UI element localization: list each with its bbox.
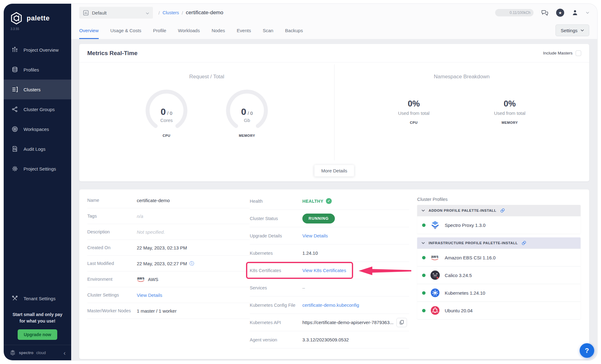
- bar-chart-icon: [12, 47, 18, 53]
- detail-label: Upgrade Details: [250, 233, 302, 238]
- view-k8s-certificates-link[interactable]: View K8s Certificates: [302, 268, 346, 273]
- tab-profile[interactable]: Profile: [153, 22, 166, 39]
- upgrade-now-button[interactable]: Upgrade now: [18, 329, 58, 340]
- infrastructure-profile-header[interactable]: INFRASTRUCTURE PROFILE PALETTE-INSTALL: [417, 237, 581, 249]
- detail-label: Cluster Status: [250, 216, 302, 221]
- tab-nodes[interactable]: Nodes: [212, 22, 225, 39]
- detail-label: Created On: [87, 245, 137, 250]
- detail-label: Kubernetes: [250, 251, 302, 256]
- sidebar-spacer: [4, 179, 71, 288]
- project-selector[interactable]: Default: [79, 7, 153, 19]
- footer-brand-bold: spectro: [19, 350, 33, 355]
- chevron-down-icon: [422, 210, 425, 212]
- tab-overview[interactable]: Overview: [79, 22, 99, 39]
- namespace-memory-metric: MEMORY: [485, 121, 534, 124]
- help-button[interactable]: ?: [580, 343, 594, 358]
- user-avatar-icon[interactable]: [572, 9, 578, 16]
- profile-item-ubuntu[interactable]: Ubuntu 20.04: [417, 301, 581, 319]
- sidebar-item-tenant-settings[interactable]: Tenant Settings: [4, 288, 71, 308]
- project-icon: [83, 10, 89, 16]
- sidebar-item-profiles[interactable]: Profiles: [4, 60, 71, 80]
- cluster-details-card: Name certificate-demo Tags n/a Descripti…: [79, 189, 589, 359]
- sidebar-item-clusters[interactable]: Clusters: [4, 80, 71, 99]
- profile-group-label: INFRASTRUCTURE PROFILE PALETTE-INSTALL: [429, 241, 518, 245]
- link-icon: [521, 240, 526, 245]
- details-middle-column: Health HEALTHY✓ Cluster Status RUNNING U…: [250, 193, 409, 356]
- profile-item-spectro-proxy[interactable]: Spectro Proxy 1.3.0: [417, 216, 581, 234]
- kubeconfig-download-link[interactable]: certificate-demo.kubeconfig: [302, 302, 359, 308]
- detail-label: K8s Certificates: [250, 268, 302, 273]
- breadcrumb-separator: /: [158, 10, 160, 15]
- detail-label: Description: [87, 229, 137, 234]
- sidebar-item-label: Clusters: [24, 87, 41, 92]
- cpu-gauge-total: / 0: [167, 110, 172, 116]
- app-window: palette 3.3.55 Project Overview Profiles…: [4, 4, 597, 360]
- aws-logo-icon: aws: [430, 255, 440, 261]
- layers-icon: [12, 67, 18, 73]
- status-dot: [422, 256, 426, 259]
- screenshot-frame: palette 3.3.55 Project Overview Profiles…: [0, 0, 601, 364]
- spectro-cloud-logo-icon: [9, 349, 16, 356]
- profile-item-kubernetes[interactable]: Kubernetes 1.24.10: [417, 284, 581, 301]
- detail-value: 22 May, 2023, 02:13 PM: [137, 245, 187, 250]
- copy-button[interactable]: [396, 318, 407, 327]
- star-badge-icon[interactable]: ★: [556, 9, 564, 17]
- namespace-cpu-stat: 0% Used from total CPU: [389, 99, 439, 124]
- addon-profile-header[interactable]: ADDON PROFILE PALETTE-INSTALL: [417, 205, 581, 216]
- promo-line-2: for what you use!: [8, 318, 67, 324]
- cluster-profiles-title: Cluster Profiles: [417, 197, 581, 202]
- addon-profile-group: ADDON PROFILE PALETTE-INSTALL Spectro Pr…: [417, 205, 581, 234]
- memory-gauge-metric: MEMORY: [221, 134, 273, 137]
- detail-row-health: Health HEALTHY✓: [250, 193, 409, 210]
- detail-label: Name: [87, 198, 137, 203]
- cpu-gauge: 0 / 0 Cores CPU: [140, 89, 193, 137]
- health-status: HEALTHY: [302, 199, 323, 204]
- tab-usage-costs[interactable]: Usage & Costs: [110, 22, 141, 39]
- chat-icon[interactable]: [541, 10, 549, 16]
- settings-button[interactable]: Settings: [556, 24, 589, 36]
- collapse-sidebar-icon[interactable]: ‹: [63, 350, 66, 356]
- profile-item-name: Kubernetes 1.24.10: [445, 290, 485, 296]
- detail-row-created-on: Created On 22 May, 2023, 02:13 PM: [87, 240, 250, 256]
- sidebar-footer: spectro cloud ‹: [4, 345, 71, 360]
- main-area: Default / Clusters / certificate-demo 0.…: [71, 4, 597, 360]
- sidebar-item-cluster-groups[interactable]: Cluster Groups: [4, 99, 71, 119]
- detail-row-tags: Tags n/a: [87, 208, 250, 224]
- detail-label: Tags: [87, 214, 137, 219]
- running-status-badge[interactable]: RUNNING: [302, 214, 335, 223]
- upgrade-view-details-link[interactable]: View Details: [302, 233, 328, 238]
- more-details-button[interactable]: More Details: [314, 165, 354, 176]
- tab-events[interactable]: Events: [237, 22, 251, 39]
- detail-value: –: [302, 285, 305, 290]
- breadcrumb-current: certificate-demo: [186, 10, 223, 16]
- check-circle-icon: ✓: [326, 198, 332, 204]
- sidebar-item-workspaces[interactable]: Workspaces: [4, 119, 71, 139]
- user-menu-chevron-icon[interactable]: [586, 12, 589, 14]
- tab-workloads[interactable]: Workloads: [178, 22, 200, 39]
- detail-label: Cluster Settings: [87, 292, 137, 297]
- include-masters-control: Include Masters: [543, 50, 581, 56]
- sidebar-item-audit-logs[interactable]: Audit Logs: [4, 139, 71, 159]
- tab-backups[interactable]: Backups: [285, 22, 303, 39]
- clusters-icon: [12, 86, 18, 93]
- profile-item-calico[interactable]: Calico 3.24.5: [417, 266, 581, 284]
- audit-logs-icon: [12, 146, 18, 152]
- info-icon[interactable]: ⓘ: [189, 261, 194, 266]
- sidebar-item-project-overview[interactable]: Project Overview: [4, 40, 71, 60]
- metrics-title: Metrics Real-Time: [87, 50, 137, 57]
- metrics-card: Metrics Real-Time Include Masters Reques…: [79, 44, 589, 181]
- detail-value: certificate-demo: [137, 198, 170, 203]
- namespace-memory-percent: 0%: [485, 99, 534, 109]
- request-total-panel: Request / Total 0 / 0 Cores: [79, 63, 334, 181]
- sidebar-item-project-settings[interactable]: Project Settings: [4, 159, 71, 179]
- tab-scan[interactable]: Scan: [263, 22, 273, 39]
- page-content: Metrics Real-Time Include Masters Reques…: [71, 39, 597, 360]
- kubernetes-api-url: https://certificate-demo-apiserver-78793…: [302, 320, 393, 325]
- gear-icon: [12, 166, 18, 172]
- include-masters-checkbox[interactable]: [576, 50, 581, 56]
- cluster-settings-view-details-link[interactable]: View Details: [137, 292, 162, 298]
- breadcrumb-clusters-link[interactable]: Clusters: [162, 10, 179, 15]
- profile-item-amazon-ebs-csi[interactable]: aws Amazon EBS CSI 1.16.0: [417, 249, 581, 266]
- palette-logo-icon: [10, 12, 23, 25]
- detail-row-environment: Environment aws AWS: [87, 271, 250, 287]
